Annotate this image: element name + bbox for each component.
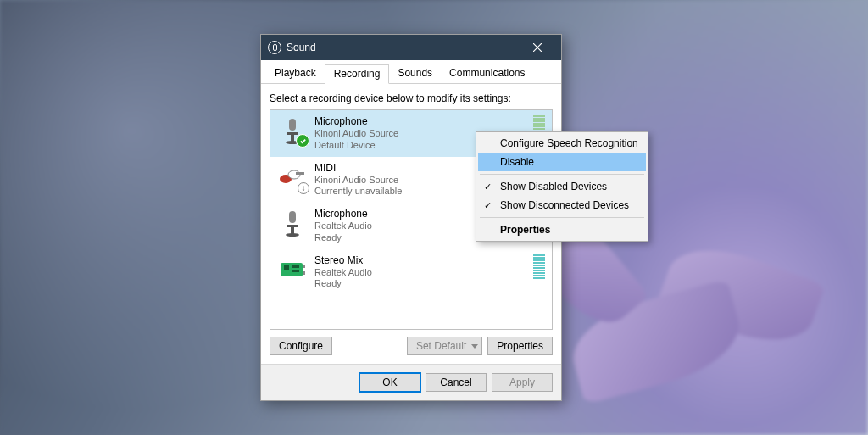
ctx-configure-speech[interactable]: Configure Speech Recognition — [478, 134, 646, 153]
svg-rect-13 — [281, 263, 303, 276]
ctx-properties[interactable]: Properties — [478, 220, 646, 239]
context-menu: Configure Speech Recognition Disable Sho… — [476, 131, 648, 242]
svg-rect-14 — [284, 265, 289, 270]
microphone-icon — [277, 115, 308, 146]
svg-rect-3 — [287, 132, 298, 135]
device-status: Ready — [314, 278, 530, 290]
ctx-separator — [480, 217, 644, 218]
svg-rect-10 — [287, 225, 298, 227]
svg-rect-16 — [292, 270, 299, 272]
svg-rect-17 — [303, 265, 305, 268]
device-name: Stereo Mix — [314, 254, 530, 267]
tabstrip: Playback Recording Sounds Communications — [261, 60, 561, 84]
tab-playback[interactable]: Playback — [266, 64, 325, 84]
soundcard-icon — [277, 254, 308, 285]
sound-icon — [268, 41, 281, 54]
default-check-icon — [296, 134, 309, 148]
configure-button[interactable]: Configure — [270, 337, 332, 355]
ok-button[interactable]: OK — [359, 373, 420, 392]
svg-rect-8 — [296, 172, 304, 175]
midi-icon — [277, 162, 308, 192]
device-row[interactable]: Stereo Mix Realtek Audio Ready — [270, 249, 552, 296]
close-button[interactable] — [520, 35, 554, 60]
microphone-icon — [277, 208, 308, 238]
unavailable-icon — [298, 182, 309, 194]
svg-rect-2 — [289, 119, 296, 131]
window-title: Sound — [287, 42, 316, 53]
tab-recording[interactable]: Recording — [325, 64, 390, 84]
tab-sounds[interactable]: Sounds — [389, 64, 441, 84]
apply-button[interactable]: Apply — [492, 373, 553, 392]
svg-rect-9 — [289, 211, 296, 223]
ctx-separator — [480, 174, 644, 175]
set-default-button[interactable]: Set Default — [407, 337, 482, 355]
titlebar[interactable]: Sound — [261, 35, 561, 60]
device-name: Microphone — [314, 115, 530, 128]
instruction-text: Select a recording device below to modif… — [270, 92, 553, 104]
cancel-button[interactable]: Cancel — [426, 373, 487, 392]
device-source: Realtek Audio — [314, 267, 530, 279]
svg-rect-11 — [291, 227, 294, 234]
ctx-show-disabled[interactable]: Show Disabled Devices — [478, 177, 646, 196]
svg-rect-4 — [291, 135, 294, 142]
svg-point-12 — [286, 233, 299, 237]
ctx-disable[interactable]: Disable — [478, 153, 646, 171]
svg-rect-18 — [303, 271, 305, 275]
level-meter — [533, 254, 545, 279]
tab-communications[interactable]: Communications — [441, 64, 533, 84]
properties-button[interactable]: Properties — [487, 337, 553, 355]
ctx-show-disconnected[interactable]: Show Disconnected Devices — [478, 196, 646, 215]
svg-rect-15 — [292, 265, 299, 268]
